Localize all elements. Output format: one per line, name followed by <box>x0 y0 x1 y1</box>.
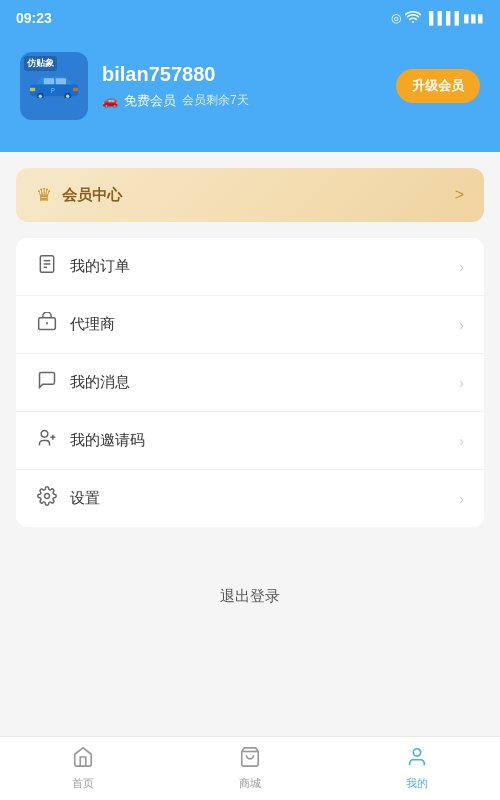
logout-button[interactable]: 退出登录 <box>220 587 280 606</box>
status-icons: ◎ ▐▐▐▐ ▮▮▮ <box>391 11 484 26</box>
nav-label-home: 首页 <box>72 776 94 791</box>
avatar-label: 仿贴象 <box>24 56 57 71</box>
location-icon: ◎ <box>391 11 401 25</box>
orders-icon <box>36 254 58 279</box>
orders-arrow: › <box>459 259 464 275</box>
menu-item-messages[interactable]: 我的消息 › <box>16 354 484 412</box>
messages-icon <box>36 370 58 395</box>
settings-icon <box>36 486 58 511</box>
invite-label: 我的邀请码 <box>70 431 145 450</box>
menu-item-agent[interactable]: 代理商 › <box>16 296 484 354</box>
agent-label: 代理商 <box>70 315 115 334</box>
agent-icon <box>36 312 58 337</box>
profile-username: bilan757880 <box>102 63 249 86</box>
vip-label: 会员中心 <box>62 186 122 205</box>
nav-item-home[interactable]: 首页 <box>0 737 167 800</box>
menu-item-orders[interactable]: 我的订单 › <box>16 238 484 296</box>
signal-icon: ▐▐▐▐ <box>425 11 459 25</box>
svg-rect-5 <box>44 78 54 84</box>
car-icon: P <box>28 74 80 98</box>
logout-area: 退出登录 <box>16 587 484 606</box>
nav-item-shop[interactable]: 商城 <box>167 737 334 800</box>
nav-item-mine[interactable]: 我的 <box>333 737 500 800</box>
menu-list: 我的订单 › 代理商 › <box>16 238 484 527</box>
messages-label: 我的消息 <box>70 373 130 392</box>
svg-point-2 <box>39 95 42 98</box>
svg-rect-7 <box>30 88 35 91</box>
svg-point-4 <box>66 95 69 98</box>
bottom-nav: 首页 商城 我的 <box>0 736 500 800</box>
vip-arrow-icon: > <box>455 186 464 204</box>
agent-arrow: › <box>459 317 464 333</box>
home-icon <box>72 746 94 773</box>
profile-membership: 🚗 免费会员 会员剩余7天 <box>102 92 249 110</box>
member-type: 免费会员 <box>124 92 176 110</box>
member-icon: 🚗 <box>102 93 118 108</box>
svg-point-19 <box>45 494 50 499</box>
mine-icon <box>406 746 428 773</box>
invite-icon <box>36 428 58 453</box>
vip-card-left: ♛ 会员中心 <box>36 184 122 206</box>
avatar: 仿贴象 P <box>20 52 88 120</box>
profile-header: 仿贴象 P bilan757880 🚗 免费会员 <box>0 36 500 152</box>
member-days: 会员剩余7天 <box>182 92 249 109</box>
content-area: ♛ 会员中心 > 我的订单 › <box>0 152 500 622</box>
status-time: 09:23 <box>16 10 52 26</box>
menu-item-settings[interactable]: 设置 › <box>16 470 484 527</box>
svg-point-21 <box>413 749 420 756</box>
shop-icon <box>239 746 261 773</box>
battery-icon: ▮▮▮ <box>463 11 484 25</box>
upgrade-button[interactable]: 升级会员 <box>396 69 480 103</box>
profile-info: bilan757880 🚗 免费会员 会员剩余7天 <box>102 63 249 110</box>
nav-label-mine: 我的 <box>406 776 428 791</box>
wifi-icon <box>405 11 421 26</box>
orders-label: 我的订单 <box>70 257 130 276</box>
vip-card[interactable]: ♛ 会员中心 > <box>16 168 484 222</box>
svg-point-16 <box>41 431 48 438</box>
settings-arrow: › <box>459 491 464 507</box>
crown-icon: ♛ <box>36 184 52 206</box>
profile-left: 仿贴象 P bilan757880 🚗 免费会员 <box>20 52 249 120</box>
menu-item-invite[interactable]: 我的邀请码 › <box>16 412 484 470</box>
nav-label-shop: 商城 <box>239 776 261 791</box>
status-bar: 09:23 ◎ ▐▐▐▐ ▮▮▮ <box>0 0 500 36</box>
svg-rect-6 <box>56 78 66 84</box>
invite-arrow: › <box>459 433 464 449</box>
settings-label: 设置 <box>70 489 100 508</box>
svg-rect-8 <box>73 88 78 91</box>
svg-text:P: P <box>51 87 56 94</box>
messages-arrow: › <box>459 375 464 391</box>
